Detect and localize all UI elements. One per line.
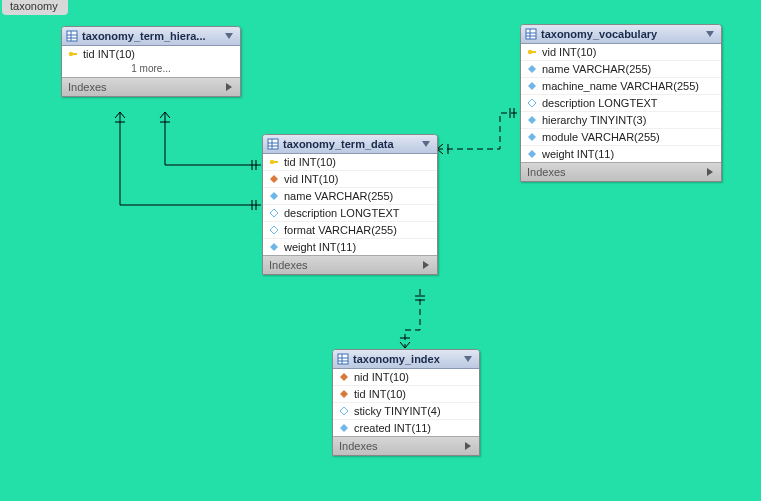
attr-diamond-icon	[527, 64, 537, 74]
column-row[interactable]: weight INT(11)	[521, 145, 721, 162]
entity-taxonomy-term-hierarchy[interactable]: taxonomy_term_hiera... tid INT(10) 1 mor…	[61, 26, 241, 97]
nullable-diamond-icon	[527, 98, 537, 108]
indexes-section[interactable]: Indexes	[521, 162, 721, 181]
svg-marker-36	[270, 192, 278, 200]
column-row[interactable]: created INT(11)	[333, 419, 479, 436]
attr-diamond-icon	[527, 115, 537, 125]
entity-titlebar[interactable]: taxonomy_index	[333, 350, 479, 369]
column-label: weight INT(11)	[284, 241, 356, 253]
column-row[interactable]: vid INT(10)	[521, 44, 721, 60]
column-row[interactable]: machine_name VARCHAR(255)	[521, 77, 721, 94]
svg-marker-40	[423, 261, 429, 269]
column-row[interactable]: tid INT(10)	[333, 385, 479, 402]
entity-columns: nid INT(10)tid INT(10)sticky TINYINT(4)c…	[333, 369, 479, 436]
entity-taxonomy-term-data[interactable]: taxonomy_term_data tid INT(10)vid INT(10…	[262, 134, 438, 275]
svg-marker-51	[528, 116, 536, 124]
svg-marker-62	[340, 407, 348, 415]
column-label: machine_name VARCHAR(255)	[542, 80, 699, 92]
schema-tab[interactable]: taxonomy	[2, 0, 68, 15]
column-row[interactable]: description LONGTEXT	[521, 94, 721, 111]
indexes-section[interactable]: Indexes	[333, 436, 479, 455]
svg-marker-54	[707, 168, 713, 176]
svg-rect-26	[72, 53, 77, 55]
entity-titlebar[interactable]: taxonomy_vocabulary	[521, 25, 721, 44]
entity-titlebar[interactable]: taxonomy_term_data	[263, 135, 437, 154]
svg-rect-47	[531, 51, 536, 53]
column-label: vid INT(10)	[284, 173, 338, 185]
column-row[interactable]: weight INT(11)	[263, 238, 437, 255]
column-label: module VARCHAR(255)	[542, 131, 660, 143]
svg-marker-24	[225, 33, 233, 39]
svg-marker-39	[270, 243, 278, 251]
indexes-section[interactable]: Indexes	[263, 255, 437, 274]
column-label: nid INT(10)	[354, 371, 409, 383]
entity-taxonomy-vocabulary[interactable]: taxonomy_vocabulary vid INT(10)name VARC…	[520, 24, 722, 182]
diagram-canvas[interactable]: taxonomy taxonomy_term_hiera... tid INT(…	[0, 0, 761, 501]
svg-line-5	[115, 112, 120, 118]
column-label: name VARCHAR(255)	[284, 190, 393, 202]
svg-marker-37	[270, 209, 278, 217]
column-row[interactable]: vid INT(10)	[263, 170, 437, 187]
svg-rect-55	[338, 354, 348, 364]
column-row[interactable]: sticky TINYINT(4)	[333, 402, 479, 419]
svg-marker-59	[464, 356, 472, 362]
attr-diamond-icon	[339, 423, 349, 433]
attr-diamond-icon	[269, 191, 279, 201]
pk-key-icon	[269, 157, 279, 167]
svg-marker-53	[528, 150, 536, 158]
attr-diamond-icon	[527, 149, 537, 159]
table-icon	[337, 353, 349, 365]
svg-line-9	[165, 112, 170, 118]
column-row[interactable]: format VARCHAR(255)	[263, 221, 437, 238]
attr-diamond-icon	[527, 132, 537, 142]
entity-titlebar[interactable]: taxonomy_term_hiera...	[62, 27, 240, 46]
column-label: name VARCHAR(255)	[542, 63, 651, 75]
fk-diamond-icon	[269, 174, 279, 184]
chevron-down-icon[interactable]	[705, 29, 715, 39]
chevron-down-icon[interactable]	[224, 31, 234, 41]
entity-columns: tid INT(10) 1 more...	[62, 46, 240, 77]
column-label: sticky TINYINT(4)	[354, 405, 441, 417]
pk-key-icon	[68, 49, 78, 59]
svg-marker-48	[528, 65, 536, 73]
indexes-label: Indexes	[68, 81, 224, 93]
column-row[interactable]: name VARCHAR(255)	[263, 187, 437, 204]
svg-marker-45	[706, 31, 714, 37]
column-label: tid INT(10)	[354, 388, 406, 400]
column-row[interactable]: description LONGTEXT	[263, 204, 437, 221]
column-row[interactable]: module VARCHAR(255)	[521, 128, 721, 145]
attr-diamond-icon	[269, 242, 279, 252]
column-row[interactable]: hierarchy TINYINT(3)	[521, 111, 721, 128]
svg-rect-34	[273, 161, 278, 163]
svg-marker-60	[340, 373, 348, 381]
entity-title: taxonomy_term_hiera...	[82, 30, 220, 42]
svg-marker-63	[340, 424, 348, 432]
entity-taxonomy-index[interactable]: taxonomy_index nid INT(10)tid INT(10)sti…	[332, 349, 480, 456]
column-label: description LONGTEXT	[542, 97, 658, 109]
svg-line-18	[405, 342, 410, 348]
svg-marker-49	[528, 82, 536, 90]
fk-diamond-icon	[339, 372, 349, 382]
indexes-section[interactable]: Indexes	[62, 77, 240, 96]
svg-marker-50	[528, 99, 536, 107]
chevron-down-icon[interactable]	[463, 354, 473, 364]
svg-line-17	[400, 342, 405, 348]
arrow-right-icon	[421, 260, 431, 270]
columns-more[interactable]: 1 more...	[62, 62, 240, 77]
indexes-label: Indexes	[339, 440, 463, 452]
column-label: tid INT(10)	[83, 48, 135, 60]
entity-title: taxonomy_index	[353, 353, 459, 365]
entity-columns: tid INT(10)vid INT(10)name VARCHAR(255)d…	[263, 154, 437, 255]
table-icon	[267, 138, 279, 150]
column-row[interactable]: tid INT(10)	[62, 46, 240, 62]
column-label: weight INT(11)	[542, 148, 614, 160]
chevron-down-icon[interactable]	[421, 139, 431, 149]
pk-key-icon	[527, 47, 537, 57]
indexes-label: Indexes	[269, 259, 421, 271]
column-row[interactable]: tid INT(10)	[263, 154, 437, 170]
svg-marker-27	[226, 83, 232, 91]
entity-columns: vid INT(10)name VARCHAR(255)machine_name…	[521, 44, 721, 162]
svg-rect-20	[67, 31, 77, 41]
column-row[interactable]: nid INT(10)	[333, 369, 479, 385]
column-row[interactable]: name VARCHAR(255)	[521, 60, 721, 77]
